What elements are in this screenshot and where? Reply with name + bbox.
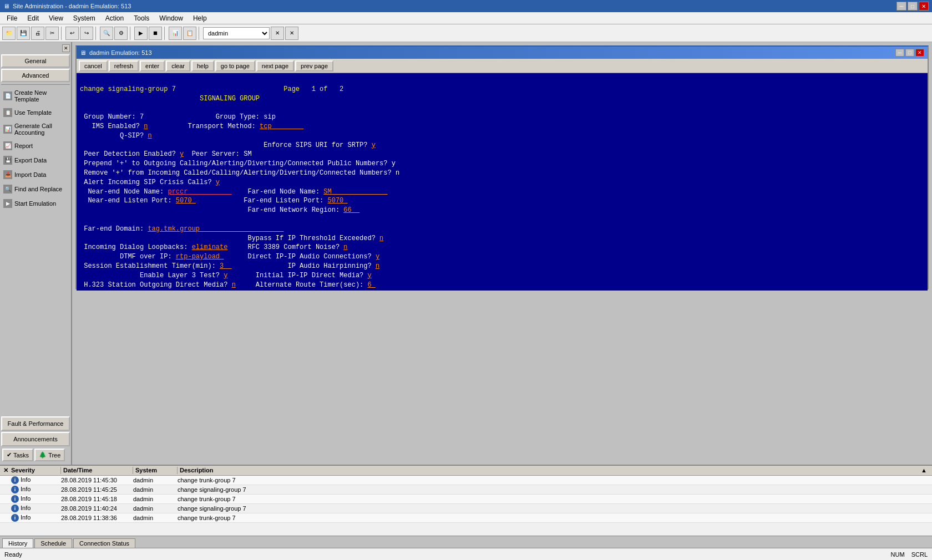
sidebar-close-btn[interactable]: ✕ bbox=[62, 44, 70, 52]
toolbar-btn-5[interactable]: ↩ bbox=[65, 27, 79, 40]
log-tab-connection[interactable]: Connection Status bbox=[73, 538, 135, 548]
emu-gotopage-btn[interactable]: go to page bbox=[215, 60, 255, 72]
maximize-button[interactable]: □ bbox=[908, 2, 918, 11]
create-template-icon: 📄 bbox=[3, 91, 12, 100]
info-badge: i bbox=[11, 495, 19, 503]
export-icon: 💾 bbox=[3, 156, 12, 165]
log-severity: iInfo bbox=[8, 513, 58, 523]
log-table: iInfo 28.08.2019 11:45:30 dadmin change … bbox=[0, 476, 932, 536]
sidebar-advanced-btn[interactable]: Advanced bbox=[1, 69, 70, 82]
log-tab-schedule[interactable]: Schedule bbox=[34, 538, 72, 548]
use-template-label: Use Template bbox=[14, 109, 52, 116]
export-label: Export Data bbox=[14, 157, 47, 164]
sidebar-item-export[interactable]: 💾 Export Data bbox=[1, 154, 70, 167]
log-system: dadmin bbox=[130, 476, 174, 485]
start-emulation-label: Start Emulation bbox=[14, 200, 56, 207]
fault-performance-btn[interactable]: Fault & Performance bbox=[1, 416, 70, 431]
log-col-description: Description bbox=[178, 467, 921, 474]
toolbar-btn-6[interactable]: ↪ bbox=[80, 27, 93, 40]
toolbar-btn-13[interactable]: ✕ bbox=[271, 27, 284, 40]
sidebar-item-report[interactable]: 📈 Report bbox=[1, 139, 70, 152]
menu-system[interactable]: System bbox=[69, 13, 100, 23]
toolbar-btn-14[interactable]: ✕ bbox=[285, 27, 298, 40]
log-system: dadmin bbox=[130, 495, 174, 504]
toolbar-separator-5 bbox=[199, 27, 201, 40]
menu-file[interactable]: File bbox=[2, 13, 22, 23]
log-row: iInfo 28.08.2019 11:40:24 dadmin change … bbox=[0, 504, 932, 513]
log-header: ✕ Severity Date/Time System Description … bbox=[0, 466, 932, 476]
emu-cancel-btn[interactable]: cancel bbox=[79, 60, 108, 72]
import-label: Import Data bbox=[14, 171, 46, 178]
toolbar-separator-3 bbox=[130, 27, 132, 40]
generate-call-icon: 📊 bbox=[3, 125, 12, 134]
emu-prevpage-btn[interactable]: prev page bbox=[295, 60, 333, 72]
terminal-screen[interactable]: change signaling-group 7 Page 1 of 2 SIG… bbox=[77, 73, 928, 291]
log-row: iInfo 28.08.2019 11:45:18 dadmin change … bbox=[0, 495, 932, 504]
log-datetime: 28.08.2019 11:45:30 bbox=[58, 476, 130, 485]
log-col-severity: Severity bbox=[11, 467, 61, 474]
toolbar-btn-2[interactable]: 💾 bbox=[17, 27, 30, 40]
toolbar-btn-12[interactable]: 📋 bbox=[183, 27, 196, 40]
find-replace-icon: 🔍 bbox=[3, 185, 12, 194]
emu-refresh-btn[interactable]: refresh bbox=[109, 60, 139, 72]
sidebar-item-generate-call[interactable]: 📊 Generate Call Accounting bbox=[1, 120, 70, 138]
tasks-label: Tasks bbox=[13, 452, 29, 459]
sidebar-item-find-replace[interactable]: 🔍 Find and Replace bbox=[1, 182, 70, 196]
menu-help[interactable]: Help bbox=[189, 13, 211, 23]
use-template-icon: 📋 bbox=[3, 108, 12, 117]
sidebar-item-use-template[interactable]: 📋 Use Template bbox=[1, 106, 70, 119]
menu-bar: File Edit View System Action Tools Windo… bbox=[0, 12, 932, 24]
toolbar-btn-7[interactable]: 🔍 bbox=[100, 27, 113, 40]
sidebar: ✕ General Advanced 📄 Create New Template… bbox=[0, 42, 72, 465]
report-icon: 📈 bbox=[3, 141, 12, 150]
emu-minimize-btn[interactable]: ─ bbox=[895, 49, 904, 57]
announcements-btn[interactable]: Announcements bbox=[1, 432, 70, 446]
tasks-tab[interactable]: ✔ Tasks bbox=[2, 449, 33, 461]
toolbar-btn-8[interactable]: ⚙ bbox=[114, 27, 128, 40]
sidebar-general-btn[interactable]: General bbox=[1, 54, 70, 68]
sidebar-divider-1 bbox=[1, 84, 70, 85]
info-badge: i bbox=[11, 505, 19, 512]
main-toolbar: 📁 💾 🖨 ✂ ↩ ↪ 🔍 ⚙ ▶ ⏹ 📊 📋 dadmin ✕ ✕ bbox=[0, 24, 932, 42]
toolbar-btn-1[interactable]: 📁 bbox=[2, 27, 16, 40]
toolbar-btn-10[interactable]: ⏹ bbox=[149, 27, 162, 40]
info-badge: i bbox=[11, 514, 19, 522]
close-button[interactable]: ✕ bbox=[919, 2, 929, 11]
log-description: change trunk-group 7 bbox=[174, 476, 932, 485]
menu-view[interactable]: View bbox=[44, 13, 68, 23]
minimize-button[interactable]: ─ bbox=[896, 2, 906, 11]
emu-title-text: dadmin Emulation: 513 bbox=[89, 49, 152, 56]
menu-action[interactable]: Action bbox=[101, 13, 128, 23]
log-system: dadmin bbox=[130, 504, 174, 513]
menu-window[interactable]: Window bbox=[155, 13, 188, 23]
app-icon: 🖥 bbox=[3, 3, 9, 9]
log-datetime: 28.08.2019 11:40:24 bbox=[58, 504, 130, 513]
toolbar-btn-4[interactable]: ✂ bbox=[45, 27, 59, 40]
toolbar-btn-9[interactable]: ▶ bbox=[134, 27, 148, 40]
emu-help-btn[interactable]: help bbox=[191, 60, 214, 72]
menu-tools[interactable]: Tools bbox=[129, 13, 154, 23]
toolbar-btn-3[interactable]: 🖨 bbox=[31, 27, 44, 40]
log-tab-history[interactable]: History bbox=[2, 538, 33, 548]
menu-edit[interactable]: Edit bbox=[23, 13, 43, 23]
tree-tab[interactable]: 🌲 Tree bbox=[34, 449, 65, 461]
emu-clear-btn[interactable]: clear bbox=[166, 60, 190, 72]
emu-app-icon: 🖥 bbox=[80, 49, 86, 56]
emu-close-btn[interactable]: ✕ bbox=[915, 49, 924, 57]
log-description: change signaling-group 7 bbox=[174, 504, 932, 513]
log-datetime: 28.08.2019 11:45:18 bbox=[58, 495, 130, 504]
generate-call-label: Generate Call Accounting bbox=[14, 123, 68, 136]
toolbar-btn-11[interactable]: 📊 bbox=[169, 27, 182, 40]
log-datetime: 28.08.2019 11:38:36 bbox=[58, 513, 130, 523]
log-system: dadmin bbox=[130, 485, 174, 495]
emu-enter-btn[interactable]: enter bbox=[140, 60, 165, 72]
session-combo[interactable]: dadmin bbox=[203, 27, 270, 39]
status-right: NUM SCRL bbox=[891, 551, 928, 558]
sidebar-item-create-template[interactable]: 📄 Create New Template bbox=[1, 87, 70, 105]
info-badge: i bbox=[11, 486, 19, 493]
sidebar-item-start-emulation[interactable]: ▶ Start Emulation bbox=[1, 197, 70, 210]
sidebar-item-import[interactable]: 📥 Import Data bbox=[1, 168, 70, 181]
tree-icon: 🌲 bbox=[39, 451, 47, 459]
emu-maximize-btn[interactable]: □ bbox=[905, 49, 914, 57]
emu-nextpage-btn[interactable]: next page bbox=[256, 60, 294, 72]
